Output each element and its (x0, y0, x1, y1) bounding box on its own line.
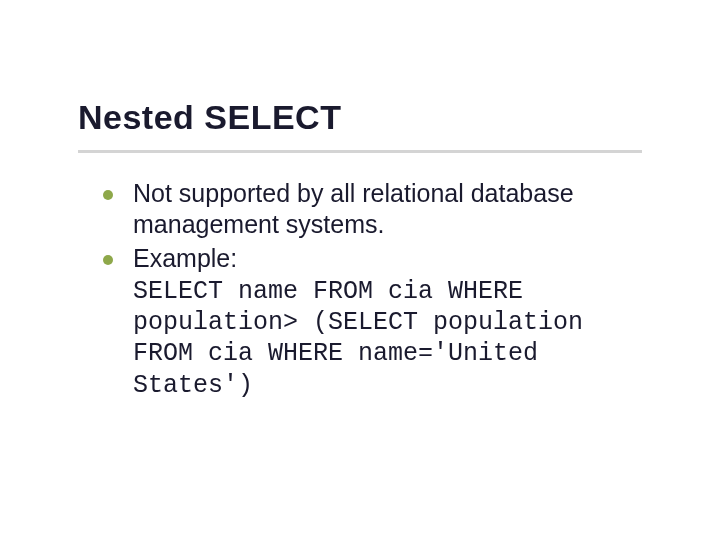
slide-content: Not supported by all relational database… (103, 178, 643, 401)
bullet-icon (103, 255, 113, 265)
slide-title: Nested SELECT (78, 98, 341, 137)
slide: Nested SELECT Not supported by all relat… (0, 0, 720, 540)
code-example: SELECT name FROM cia WHERE population> (… (133, 276, 643, 401)
bullet-text: Not supported by all relational database… (133, 178, 643, 241)
bullet-text: Example: (133, 243, 237, 274)
bullet-item: Example: (103, 243, 643, 274)
title-underline (78, 150, 642, 153)
bullet-item: Not supported by all relational database… (103, 178, 643, 241)
bullet-icon (103, 190, 113, 200)
